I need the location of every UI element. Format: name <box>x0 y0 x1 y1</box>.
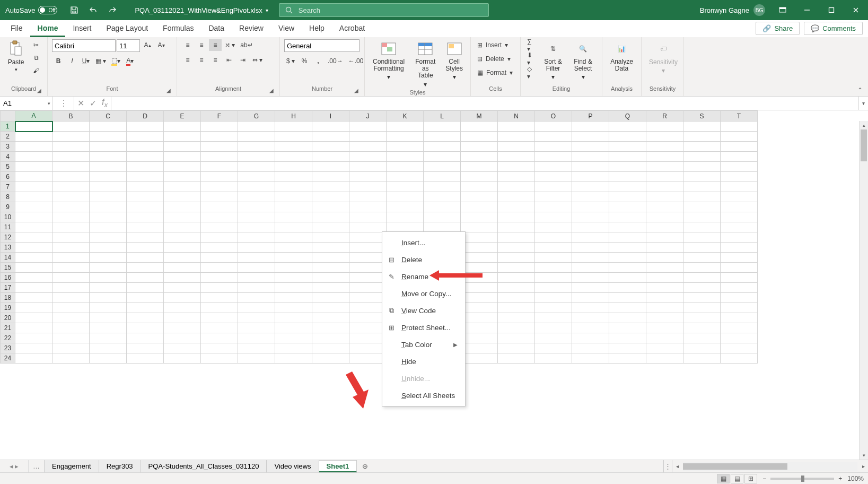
cell[interactable] <box>201 212 238 222</box>
cell[interactable] <box>90 353 127 364</box>
cell[interactable] <box>535 263 572 273</box>
cell[interactable] <box>535 303 572 313</box>
new-sheet-button[interactable]: ⊕ <box>357 460 373 472</box>
cell[interactable] <box>164 283 201 293</box>
cell[interactable] <box>90 232 127 243</box>
cell[interactable] <box>721 192 758 202</box>
cell[interactable] <box>275 343 312 353</box>
cell[interactable] <box>312 162 349 172</box>
cell[interactable] <box>201 273 238 283</box>
cell[interactable] <box>164 313 201 323</box>
cell[interactable] <box>312 243 349 253</box>
cell[interactable] <box>201 132 238 142</box>
cell[interactable] <box>609 162 646 172</box>
cell[interactable] <box>238 212 275 222</box>
cell[interactable] <box>683 343 721 353</box>
cell[interactable] <box>52 273 90 283</box>
cell[interactable] <box>201 152 238 162</box>
cell[interactable] <box>646 263 683 273</box>
cell[interactable] <box>535 162 572 172</box>
minimize-icon[interactable] <box>795 0 819 20</box>
cell[interactable] <box>572 212 609 222</box>
column-header[interactable]: Q <box>609 111 646 122</box>
cell[interactable] <box>572 353 609 364</box>
cell[interactable] <box>90 273 127 283</box>
cell[interactable] <box>201 182 238 192</box>
scrollbar-thumb[interactable] <box>861 129 867 161</box>
column-header[interactable]: E <box>164 111 201 122</box>
row-header[interactable]: 22 <box>1 333 15 343</box>
cell[interactable] <box>646 323 683 333</box>
cell[interactable] <box>127 263 164 273</box>
cell[interactable] <box>535 152 572 162</box>
scroll-up-icon[interactable]: ▴ <box>860 121 868 129</box>
cell[interactable] <box>721 323 758 333</box>
tab-help[interactable]: Help <box>302 21 332 37</box>
cell[interactable] <box>238 202 275 212</box>
cell[interactable] <box>127 192 164 202</box>
cell[interactable] <box>349 313 387 323</box>
normal-view-icon[interactable]: ▦ <box>717 474 730 483</box>
cell[interactable] <box>424 202 461 212</box>
cell[interactable] <box>721 182 758 192</box>
scroll-right-icon[interactable]: ▸ <box>858 463 868 469</box>
cell[interactable] <box>498 283 535 293</box>
context-menu-move-or-copy[interactable]: Move or Copy... <box>382 285 465 302</box>
select-all-cell[interactable] <box>1 111 15 122</box>
row-header[interactable]: 11 <box>1 222 15 232</box>
cell[interactable] <box>683 152 721 162</box>
cell[interactable] <box>535 172 572 182</box>
cell[interactable] <box>164 202 201 212</box>
cell[interactable] <box>461 232 498 243</box>
column-header[interactable]: R <box>646 111 683 122</box>
cell[interactable] <box>127 353 164 364</box>
cell[interactable] <box>238 263 275 273</box>
cell[interactable] <box>535 182 572 192</box>
cell[interactable] <box>535 353 572 364</box>
tab-scroll-handle[interactable]: ⋮ <box>663 460 672 472</box>
fill-icon[interactable]: ⬇ ▾ <box>525 53 538 65</box>
cell[interactable] <box>127 313 164 323</box>
cell[interactable] <box>721 253 758 263</box>
sheet-tab[interactable]: Engagement <box>45 460 99 472</box>
row-header[interactable]: 20 <box>1 313 15 323</box>
cell[interactable] <box>90 333 127 343</box>
cell[interactable] <box>275 172 312 182</box>
cell[interactable] <box>15 293 52 303</box>
cell[interactable] <box>201 263 238 273</box>
cell[interactable] <box>52 253 90 263</box>
title-dropdown-icon[interactable]: ▾ <box>266 7 268 13</box>
cell[interactable] <box>646 142 683 152</box>
decrease-font-icon[interactable]: A▾ <box>155 39 168 51</box>
cell[interactable] <box>164 293 201 303</box>
cell[interactable] <box>15 263 52 273</box>
row-header[interactable]: 5 <box>1 162 15 172</box>
cell[interactable] <box>238 192 275 202</box>
column-header[interactable]: A <box>15 111 52 122</box>
cell[interactable] <box>349 232 387 243</box>
cell[interactable] <box>609 152 646 162</box>
cell[interactable] <box>90 263 127 273</box>
cell[interactable] <box>90 152 127 162</box>
cell[interactable] <box>683 333 721 343</box>
cell[interactable] <box>683 172 721 182</box>
cell[interactable] <box>312 182 349 192</box>
cell[interactable] <box>312 333 349 343</box>
wrap-text-icon[interactable]: ab↵ <box>238 39 255 51</box>
cell[interactable] <box>572 243 609 253</box>
cell[interactable] <box>52 313 90 323</box>
column-header[interactable]: C <box>90 111 127 122</box>
cell[interactable] <box>683 283 721 293</box>
cell[interactable] <box>609 343 646 353</box>
cell[interactable] <box>349 273 387 283</box>
cell[interactable] <box>683 142 721 152</box>
cell[interactable] <box>349 152 387 162</box>
cell[interactable] <box>164 162 201 172</box>
cell[interactable] <box>164 343 201 353</box>
cell[interactable] <box>461 333 498 343</box>
merge-center-icon[interactable]: ⇔ ▾ <box>250 54 265 66</box>
cell[interactable] <box>721 232 758 243</box>
cell[interactable] <box>609 323 646 333</box>
cell[interactable] <box>90 243 127 253</box>
cell[interactable] <box>498 162 535 172</box>
